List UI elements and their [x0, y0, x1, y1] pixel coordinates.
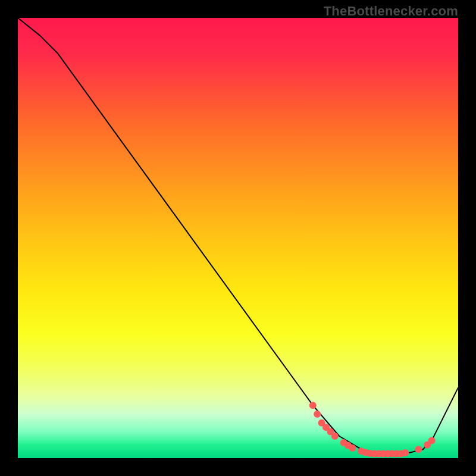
bottleneck-curve: [18, 18, 458, 454]
data-dot: [314, 411, 321, 418]
data-dot: [309, 402, 317, 409]
chart-svg: [18, 18, 458, 458]
data-dots: [309, 402, 436, 457]
data-dot: [415, 446, 422, 453]
chart-frame: TheBottlenecker.com: [0, 0, 476, 476]
watermark-text: TheBottlenecker.com: [324, 4, 458, 19]
data-dot: [402, 449, 409, 456]
plot-area: [18, 18, 458, 458]
data-dot: [331, 433, 339, 440]
data-dot: [349, 444, 356, 452]
data-dot: [428, 437, 436, 444]
